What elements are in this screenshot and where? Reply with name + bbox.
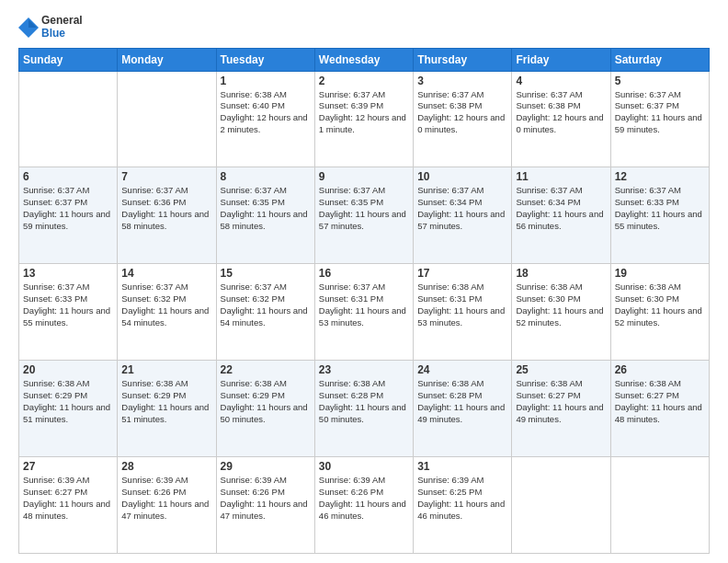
calendar-cell: 26Sunrise: 6:38 AM Sunset: 6:27 PM Dayli… [610,361,709,457]
day-number: 14 [121,267,211,280]
day-info: Sunrise: 6:38 AM Sunset: 6:31 PM Dayligh… [417,282,507,328]
day-number: 15 [221,267,311,280]
calendar-cell: 7Sunrise: 6:37 AM Sunset: 6:36 PM Daylig… [118,167,216,264]
day-info: Sunrise: 6:38 AM Sunset: 6:29 PM Dayligh… [121,378,211,425]
day-info: Sunrise: 6:37 AM Sunset: 6:37 PM Dayligh… [615,89,705,136]
day-number: 19 [615,267,705,280]
day-info: Sunrise: 6:37 AM Sunset: 6:37 PM Dayligh… [23,185,113,232]
col-header-tuesday: Tuesday [216,48,314,71]
page: General Blue SundayMondayTuesdayWednesda… [0,0,728,563]
day-info: Sunrise: 6:38 AM Sunset: 6:29 PM Dayligh… [221,378,311,425]
header: General Blue [18,15,710,40]
day-info: Sunrise: 6:38 AM Sunset: 6:28 PM Dayligh… [417,378,507,425]
calendar-cell: 6Sunrise: 6:37 AM Sunset: 6:37 PM Daylig… [19,167,118,264]
week-row-2: 6Sunrise: 6:37 AM Sunset: 6:37 PM Daylig… [19,167,710,264]
logo: General Blue [18,15,83,40]
calendar-cell: 2Sunrise: 6:37 AM Sunset: 6:39 PM Daylig… [314,71,413,167]
calendar-cell: 14Sunrise: 6:37 AM Sunset: 6:32 PM Dayli… [118,264,216,361]
calendar-cell: 5Sunrise: 6:37 AM Sunset: 6:37 PM Daylig… [610,71,709,167]
logo-general-text: General [41,15,83,28]
day-number: 4 [516,75,606,87]
day-number: 23 [319,363,409,376]
day-number: 16 [319,267,409,280]
day-number: 31 [417,460,507,473]
col-header-friday: Friday [512,48,610,71]
day-number: 29 [221,460,311,473]
day-info: Sunrise: 6:37 AM Sunset: 6:36 PM Dayligh… [121,185,211,232]
calendar-cell: 4Sunrise: 6:37 AM Sunset: 6:38 PM Daylig… [512,71,610,167]
day-info: Sunrise: 6:38 AM Sunset: 6:40 PM Dayligh… [221,89,311,136]
calendar-cell [118,71,216,167]
day-info: Sunrise: 6:38 AM Sunset: 6:27 PM Dayligh… [615,378,705,425]
calendar-cell [512,457,610,554]
day-number: 1 [221,75,311,87]
col-header-monday: Monday [118,48,216,71]
calendar-cell: 19Sunrise: 6:38 AM Sunset: 6:30 PM Dayli… [610,264,709,361]
day-info: Sunrise: 6:39 AM Sunset: 6:25 PM Dayligh… [417,475,507,522]
calendar-cell: 23Sunrise: 6:38 AM Sunset: 6:28 PM Dayli… [314,361,413,457]
week-row-1: 1Sunrise: 6:38 AM Sunset: 6:40 PM Daylig… [19,71,710,167]
day-number: 27 [23,460,113,473]
week-row-4: 20Sunrise: 6:38 AM Sunset: 6:29 PM Dayli… [19,361,710,457]
day-info: Sunrise: 6:37 AM Sunset: 6:31 PM Dayligh… [319,282,409,328]
day-info: Sunrise: 6:37 AM Sunset: 6:33 PM Dayligh… [23,282,113,328]
day-number: 11 [516,170,606,183]
day-info: Sunrise: 6:37 AM Sunset: 6:38 PM Dayligh… [417,89,507,136]
day-info: Sunrise: 6:37 AM Sunset: 6:34 PM Dayligh… [516,185,606,232]
calendar-cell: 20Sunrise: 6:38 AM Sunset: 6:29 PM Dayli… [19,361,118,457]
week-row-3: 13Sunrise: 6:37 AM Sunset: 6:33 PM Dayli… [19,264,710,361]
calendar-cell: 15Sunrise: 6:37 AM Sunset: 6:32 PM Dayli… [216,264,314,361]
calendar-cell: 18Sunrise: 6:38 AM Sunset: 6:30 PM Dayli… [512,264,610,361]
day-number: 24 [417,363,507,376]
calendar-cell: 3Sunrise: 6:37 AM Sunset: 6:38 PM Daylig… [414,71,512,167]
day-info: Sunrise: 6:39 AM Sunset: 6:26 PM Dayligh… [221,475,311,522]
calendar-cell [610,457,709,554]
day-number: 21 [121,363,211,376]
calendar-cell: 29Sunrise: 6:39 AM Sunset: 6:26 PM Dayli… [216,457,314,554]
calendar-cell: 11Sunrise: 6:37 AM Sunset: 6:34 PM Dayli… [512,167,610,264]
day-number: 8 [221,170,311,183]
calendar-cell: 12Sunrise: 6:37 AM Sunset: 6:33 PM Dayli… [610,167,709,264]
day-number: 2 [319,75,409,87]
calendar-cell: 17Sunrise: 6:38 AM Sunset: 6:31 PM Dayli… [414,264,512,361]
day-number: 10 [417,170,507,183]
day-number: 17 [417,267,507,280]
day-info: Sunrise: 6:37 AM Sunset: 6:34 PM Dayligh… [417,185,507,232]
day-number: 20 [23,363,113,376]
col-header-sunday: Sunday [19,48,118,71]
day-number: 6 [23,170,113,183]
day-number: 5 [615,75,705,87]
day-info: Sunrise: 6:38 AM Sunset: 6:28 PM Dayligh… [319,378,409,425]
calendar-cell: 1Sunrise: 6:38 AM Sunset: 6:40 PM Daylig… [216,71,314,167]
day-info: Sunrise: 6:38 AM Sunset: 6:27 PM Dayligh… [516,378,606,425]
col-header-saturday: Saturday [610,48,709,71]
calendar-cell: 8Sunrise: 6:37 AM Sunset: 6:35 PM Daylig… [216,167,314,264]
calendar-cell: 21Sunrise: 6:38 AM Sunset: 6:29 PM Dayli… [118,361,216,457]
day-info: Sunrise: 6:37 AM Sunset: 6:38 PM Dayligh… [516,89,606,136]
day-info: Sunrise: 6:37 AM Sunset: 6:33 PM Dayligh… [615,185,705,232]
calendar-cell: 31Sunrise: 6:39 AM Sunset: 6:25 PM Dayli… [414,457,512,554]
week-row-5: 27Sunrise: 6:39 AM Sunset: 6:27 PM Dayli… [19,457,710,554]
day-number: 13 [23,267,113,280]
logo-container: General Blue [18,15,83,40]
day-info: Sunrise: 6:38 AM Sunset: 6:30 PM Dayligh… [615,282,705,328]
calendar-cell: 10Sunrise: 6:37 AM Sunset: 6:34 PM Dayli… [414,167,512,264]
col-header-thursday: Thursday [414,48,512,71]
calendar-cell: 25Sunrise: 6:38 AM Sunset: 6:27 PM Dayli… [512,361,610,457]
logo-triangle-icon [18,17,39,38]
logo-blue-text: Blue [41,28,83,40]
day-number: 18 [516,267,606,280]
day-number: 3 [417,75,507,87]
day-info: Sunrise: 6:37 AM Sunset: 6:32 PM Dayligh… [221,282,311,328]
calendar-cell [19,71,118,167]
day-info: Sunrise: 6:37 AM Sunset: 6:35 PM Dayligh… [319,185,409,232]
calendar-cell: 27Sunrise: 6:39 AM Sunset: 6:27 PM Dayli… [19,457,118,554]
day-number: 30 [319,460,409,473]
day-number: 28 [121,460,211,473]
day-info: Sunrise: 6:39 AM Sunset: 6:27 PM Dayligh… [23,475,113,522]
calendar-cell: 13Sunrise: 6:37 AM Sunset: 6:33 PM Dayli… [19,264,118,361]
day-number: 26 [615,363,705,376]
day-number: 7 [121,170,211,183]
day-number: 12 [615,170,705,183]
calendar-header-row: SundayMondayTuesdayWednesdayThursdayFrid… [19,48,710,71]
